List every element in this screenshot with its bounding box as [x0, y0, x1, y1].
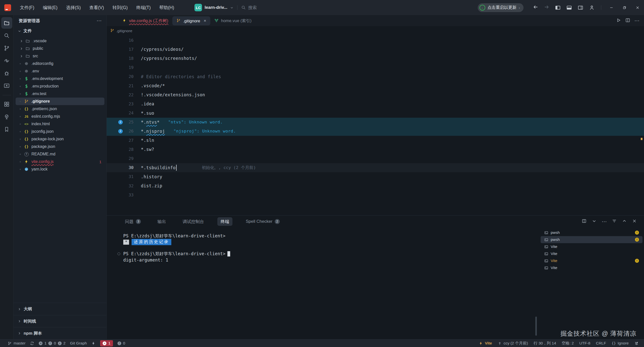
blame-status[interactable]: ccy (2 个月前)	[498, 339, 528, 347]
file-row-.prettierrc.json[interactable]: {}.prettierrc.json	[16, 105, 104, 113]
code-editor[interactable]: 1617/cypress/videos/18/cypress/screensho…	[107, 36, 644, 215]
file-row-.vscode[interactable]: .vscode	[16, 37, 104, 45]
code-line-22[interactable]: 22!.vscode/extensions.json	[107, 90, 644, 99]
editor-tab-2[interactable]: home.vue (索引)	[210, 16, 256, 25]
info-diagnostic-icon[interactable]: i	[118, 129, 123, 134]
panel-tab-3[interactable]: 终端	[217, 217, 232, 226]
code-line-27[interactable]: 27*.sln	[107, 136, 644, 145]
toggle-sidebar-icon[interactable]	[552, 5, 564, 11]
code-line-19[interactable]: 19	[107, 63, 644, 72]
code-line-29[interactable]: 29	[107, 154, 644, 163]
file-row-README.md[interactable]: ?README.md	[16, 150, 104, 158]
file-row-.env.development[interactable]: $.env.development	[16, 75, 104, 82]
toggle-panel-icon[interactable]	[564, 5, 575, 11]
files-section-header[interactable]: 文件	[14, 26, 106, 36]
menu-item-4[interactable]: 转到(G)	[109, 3, 131, 12]
more-actions-icon[interactable]: ⋯	[634, 18, 639, 24]
breadcrumb-item[interactable]: .gitignore	[116, 29, 132, 33]
split-terminal-icon[interactable]	[582, 219, 587, 225]
sidebar-section-2[interactable]: npm 脚本	[14, 327, 106, 339]
maximize-panel-icon[interactable]	[622, 219, 627, 225]
terminal-item-2[interactable]: Vite	[541, 243, 642, 250]
file-row-public[interactable]: public	[16, 45, 104, 52]
account-icon[interactable]	[586, 5, 597, 11]
git-graph-button[interactable]: Git Graph	[70, 339, 87, 347]
spellcheck-ignore-status[interactable]: {}Ignore	[612, 339, 629, 347]
toggle-secondary-sidebar-icon[interactable]	[575, 5, 586, 11]
split-editor-icon[interactable]	[625, 18, 630, 24]
code-line-16[interactable]: 16	[107, 36, 644, 45]
terminal-item-1[interactable]: pwsh!	[541, 236, 642, 243]
file-row-vite.config.js[interactable]: vite.config.js1	[16, 158, 104, 165]
code-line-28[interactable]: 28*.sw?	[107, 145, 644, 154]
file-row-.gitignore[interactable]: .gitignore	[16, 98, 104, 105]
status-text-5[interactable]: CRLF	[596, 339, 606, 347]
activity-source-control-icon[interactable]	[1, 42, 12, 54]
code-line-26[interactable]: i26*.njsproj"njsproj": Unknown word.	[107, 127, 644, 136]
info-diagnostic-icon[interactable]: i	[118, 120, 123, 124]
sidebar-section-1[interactable]: 时间线	[14, 315, 106, 327]
global-search[interactable]: 搜索	[241, 5, 257, 11]
menu-item-3[interactable]: 查看(V)	[86, 3, 107, 12]
panel-tab-2[interactable]: 调试控制台	[179, 217, 207, 226]
notifications-bell-icon[interactable]	[634, 339, 638, 347]
filter-icon[interactable]	[612, 219, 617, 225]
terminal-item-4[interactable]: Vite!	[541, 257, 642, 264]
code-line-17[interactable]: 17/cypress/videos/	[107, 45, 644, 54]
panel-tab-0[interactable]: 问题3	[122, 217, 144, 226]
diagnostics-status[interactable]: ×1!0i2	[39, 339, 65, 347]
restart-to-update-button[interactable]: ↓ 点击重启以更新 ›	[478, 3, 524, 12]
menu-item-6[interactable]: 帮助(H)	[156, 3, 177, 12]
file-row-.env.test[interactable]: $.env.test	[16, 90, 104, 98]
code-line-32[interactable]: 32dist.zip	[107, 181, 644, 190]
status-text-2[interactable]: 行 30，列 14	[534, 339, 556, 347]
more-actions-icon[interactable]: ⋯	[602, 219, 607, 225]
file-row-package-lock.json[interactable]: {}package-lock.json	[16, 135, 104, 143]
file-row-.editorconfig[interactable]: .editorconfig	[16, 60, 104, 67]
file-row-src[interactable]: src	[16, 52, 104, 60]
file-row-index.html[interactable]: <>index.html	[16, 120, 104, 128]
vite-status[interactable]: Vite	[479, 339, 492, 347]
file-row-yarn.lock[interactable]: yarn.lock	[16, 165, 104, 173]
sync-button[interactable]	[30, 339, 34, 347]
activity-bookmarks-icon[interactable]	[1, 123, 12, 135]
code-line-30[interactable]: 30*.tsbuildinfo初始化。, ccy (2 个月前)	[107, 163, 644, 172]
error-badge[interactable]: ×1	[100, 339, 113, 347]
menu-item-5[interactable]: 终端(T)	[133, 3, 154, 12]
project-switcher[interactable]: LC learn-driv...	[194, 4, 233, 11]
menu-item-0[interactable]: 文件(F)	[17, 3, 37, 12]
editor-tab-1[interactable]: .gitignore×	[172, 16, 210, 25]
code-line-20[interactable]: 20# Editor directories and files	[107, 72, 644, 81]
run-button[interactable]	[616, 18, 621, 24]
more-actions-icon[interactable]: ⋯	[97, 18, 102, 24]
warning-status[interactable]: !0	[117, 339, 125, 347]
breadcrumb[interactable]: .gitignore	[107, 26, 644, 36]
terminal-output[interactable]: PS E:\zzdsj\郑好学车\learn-drive-client>*还原的…	[107, 228, 541, 339]
code-line-21[interactable]: 21.vscode/*	[107, 81, 644, 90]
restore-button[interactable]	[618, 0, 631, 15]
go-forward-button[interactable]	[541, 4, 552, 11]
code-line-33[interactable]: 33	[107, 190, 644, 199]
close-button[interactable]	[631, 0, 644, 15]
minimize-button[interactable]	[605, 0, 618, 15]
menu-item-2[interactable]: 选择(S)	[63, 3, 84, 12]
activity-search-icon[interactable]	[1, 30, 12, 41]
editor-tab-0[interactable]: vite.config.js (工作树)	[118, 16, 172, 25]
code-line-18[interactable]: 18/cypress/screenshots/	[107, 54, 644, 63]
code-line-23[interactable]: 23.idea	[107, 99, 644, 108]
code-line-24[interactable]: 24*.suo	[107, 109, 644, 118]
branch-status[interactable]: master	[8, 339, 25, 347]
panel-tab-1[interactable]: 输出	[154, 217, 169, 226]
activity-extensions-icon[interactable]	[1, 98, 12, 110]
activity-debug-icon[interactable]	[1, 67, 12, 79]
file-row-.env.production[interactable]: $.env.production	[16, 82, 104, 90]
chevron-down-icon[interactable]	[592, 219, 597, 225]
sidebar-section-0[interactable]: 大纲	[14, 303, 106, 315]
status-text-4[interactable]: UTF-8	[579, 339, 590, 347]
file-row-.env[interactable]: .env	[16, 67, 104, 75]
zap-icon[interactable]	[91, 339, 96, 347]
file-row-eslint.config.mjs[interactable]: JSeslint.config.mjs	[16, 113, 104, 120]
activity-todo-tree-icon[interactable]	[1, 111, 12, 122]
code-line-25[interactable]: i25*.ntvs*"ntvs": Unknown word.	[107, 118, 644, 127]
close-panel-icon[interactable]	[632, 219, 637, 225]
